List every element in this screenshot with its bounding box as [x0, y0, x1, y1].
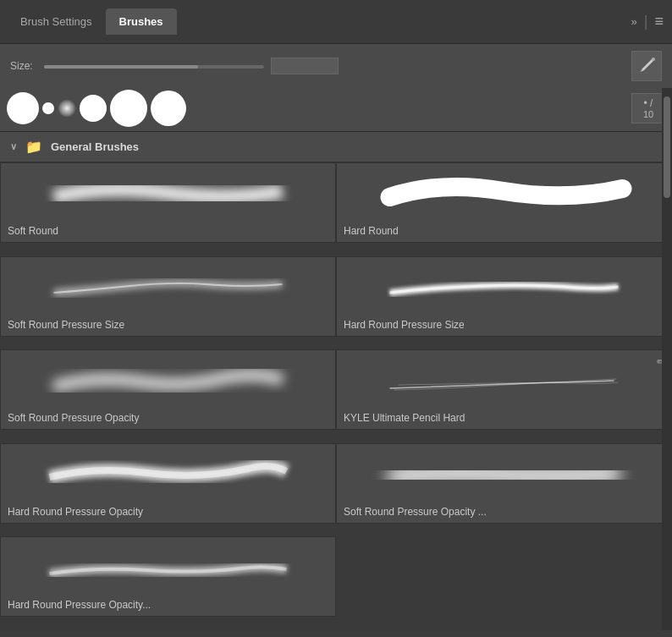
brush-name-hard-pressure-opacity: Hard Round Pressure Opacity: [1, 502, 335, 523]
header-controls: » | ≡: [631, 13, 664, 30]
preset-circle-5[interactable]: [110, 90, 147, 127]
size-row: Size:: [0, 44, 672, 85]
preset-circle-4[interactable]: [80, 95, 107, 122]
forward-icon[interactable]: »: [631, 15, 637, 28]
preset-circle-1[interactable]: [7, 92, 39, 124]
brush-cell-hard-pressure-opacity2[interactable]: Hard Round Pressure Opacity...: [0, 536, 336, 617]
divider-icon: |: [644, 13, 648, 30]
scrollbar-thumb[interactable]: [664, 96, 670, 198]
brush-name-soft-pressure-size: Soft Round Pressure Size: [1, 316, 335, 336]
preset-tools[interactable]: • / 10: [631, 93, 665, 124]
preset-circle-3[interactable]: [58, 99, 76, 118]
folder-icon: 📁: [25, 139, 42, 155]
brush-preview-hard-opacity: [1, 444, 335, 502]
brush-cell-hard-pressure-opacity[interactable]: Hard Round Pressure Opacity: [0, 443, 336, 524]
brush-svg-icon: [637, 57, 656, 75]
brush-name-soft-round: Soft Round: [1, 222, 335, 242]
brush-name-kyle-pencil: KYLE Ultimate Pencil Hard: [337, 409, 671, 429]
preset-circle-6[interactable]: [151, 91, 186, 126]
brush-cell-soft-pressure-opacity[interactable]: Soft Round Pressure Opacity: [0, 349, 336, 430]
brush-grid: Soft Round Hard Round: [0, 162, 672, 630]
size-slider-fill: [44, 65, 198, 69]
chevron-icon[interactable]: ∨: [10, 141, 17, 152]
menu-icon[interactable]: ≡: [654, 13, 664, 30]
brush-preview-soft-round: [1, 163, 335, 222]
tab-brushes[interactable]: Brushes: [106, 8, 177, 35]
preset-circle-2[interactable]: [42, 102, 54, 114]
brush-preview-soft-opacity2: [337, 444, 671, 502]
brush-preview-hard-opacity2: [1, 537, 335, 596]
brush-name-soft-pressure-opacity: Soft Round Pressure Opacity: [1, 409, 335, 429]
tab-brush-settings[interactable]: Brush Settings: [7, 8, 106, 35]
brush-preview-soft-pressure: [1, 257, 335, 316]
group-header: ∨ 📁 General Brushes: [0, 132, 672, 162]
preset-tool-icons: • /: [644, 97, 653, 109]
brush-cell-soft-round[interactable]: Soft Round: [0, 162, 336, 243]
size-slider[interactable]: [44, 65, 264, 69]
brush-name-hard-pressure-opacity2: Hard Round Pressure Opacity...: [1, 596, 335, 616]
brush-preview-hard-pressure: [337, 257, 671, 316]
brush-cell-kyle-pencil[interactable]: ✏ KYLE Ultimate Pencil Hard: [336, 349, 672, 430]
brush-cell-hard-round[interactable]: Hard Round: [336, 162, 672, 243]
presets-row: • / 10: [0, 85, 672, 132]
size-slider-container: [44, 58, 623, 74]
size-input[interactable]: [271, 58, 339, 74]
svg-point-0: [652, 58, 655, 61]
size-label: Size:: [10, 60, 36, 72]
brush-cell-soft-pressure-opacity2[interactable]: Soft Round Pressure Opacity ...: [336, 443, 672, 524]
scrollbar-track[interactable]: [662, 88, 672, 630]
brush-name-soft-pressure-opacity2: Soft Round Pressure Opacity ...: [337, 502, 671, 523]
header-bar: Brush Settings Brushes » | ≡: [0, 0, 672, 44]
brush-preview-hard-round: [337, 163, 671, 222]
group-label: General Brushes: [51, 140, 139, 153]
brush-preview-kyle: [337, 350, 671, 409]
brush-cell-soft-pressure-size[interactable]: Soft Round Pressure Size: [0, 256, 336, 337]
brush-name-hard-round: Hard Round: [337, 222, 671, 242]
brush-preset-icon[interactable]: [631, 51, 662, 81]
brush-name-hard-pressure-size: Hard Round Pressure Size: [337, 316, 671, 336]
brush-preview-soft-opacity: [1, 350, 335, 409]
brush-cell-hard-pressure-size[interactable]: Hard Round Pressure Size: [336, 256, 672, 337]
preset-count: 10: [643, 109, 653, 119]
main-container: Size: • / 10: [0, 44, 672, 630]
